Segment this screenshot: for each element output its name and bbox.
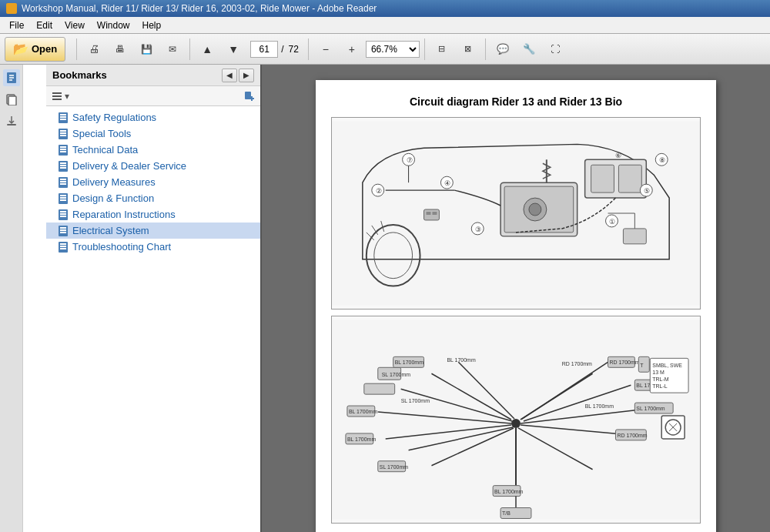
bottom-diagram: SL 1700mm BL 1700mm BL 1700mm SL 1700mm (331, 316, 701, 524)
svg-text:⑧: ⑧ (659, 156, 665, 164)
print2-button[interactable]: 🖶 (108, 37, 132, 62)
bookmarks-sidebar-icon[interactable] (3, 69, 20, 86)
separator-2 (189, 38, 190, 60)
svg-rect-9 (52, 99, 62, 100)
bookmarks-add-button[interactable] (243, 90, 256, 102)
email-icon: ✉ (169, 44, 176, 55)
collapse-panel-button[interactable]: ◀ (222, 69, 237, 82)
svg-text:RD 1700mm: RD 1700mm (617, 433, 647, 438)
fit-width-icon: ⊠ (464, 44, 471, 54)
bookmark-safety-regulations[interactable]: Safety Regulations (46, 109, 260, 125)
open-label: Open (32, 43, 57, 55)
separator-3 (308, 38, 309, 60)
bookmark-icon (59, 193, 68, 204)
bookmark-electrical-system[interactable]: Electrical System (46, 223, 260, 239)
bookmark-label: Delivery Measures (72, 176, 156, 188)
svg-rect-7 (52, 92, 62, 94)
print-button[interactable]: 🖨 (82, 37, 106, 62)
bookmark-icon (59, 161, 68, 172)
tools-button[interactable]: 🔧 (517, 37, 541, 62)
prev-page-button[interactable]: ▲ (195, 37, 219, 62)
bookmark-delivery-measures[interactable]: Delivery Measures (46, 174, 260, 190)
bottom-diagram-svg: SL 1700mm BL 1700mm BL 1700mm SL 1700mm (332, 316, 700, 523)
content-area[interactable]: Circuit diagram Rider 13 and Rider 13 Bi… (262, 65, 770, 532)
bookmark-reparation-instructions[interactable]: Reparation Instructions (46, 206, 260, 223)
svg-text:BL 1700mm: BL 1700mm (585, 403, 614, 409)
comment-button[interactable]: 💬 (490, 37, 515, 62)
svg-text:RD 1700mm: RD 1700mm (562, 361, 592, 366)
svg-text:SL 1700mm: SL 1700mm (382, 372, 411, 377)
fit-width-button[interactable]: ⊠ (456, 37, 480, 62)
bookmark-design-function[interactable]: Design & Function (46, 190, 260, 206)
menu-help[interactable]: Help (136, 18, 168, 32)
svg-text:TRL-M: TRL-M (652, 376, 668, 382)
save-icon: 💾 (141, 44, 152, 55)
svg-text:TRL-L: TRL-L (652, 383, 667, 389)
bookmark-delivery-dealer[interactable]: Delivery & Dealer Service (46, 158, 260, 174)
bookmarks-list: Safety Regulations Special Tools Technic… (46, 106, 260, 532)
dropdown-arrow: ▾ (65, 91, 69, 102)
toolbar: 📂 Open 🖨 🖶 💾 ✉ ▲ ▼ / 72 − + 66.7% 50% 75… (0, 34, 770, 65)
menu-view[interactable]: View (59, 18, 91, 32)
bookmarks-panel: Bookmarks ◀ ▶ ▾ (46, 65, 260, 532)
svg-point-44 (511, 419, 521, 428)
zoom-out-icon: − (323, 43, 329, 55)
bookmark-label: Electrical System (72, 225, 149, 236)
bookmarks-toolbar: ▾ (46, 86, 260, 106)
bookmark-special-tools[interactable]: Special Tools (46, 125, 260, 142)
next-page-button[interactable]: ▼ (221, 37, 246, 62)
menu-edit[interactable]: Edit (30, 18, 59, 32)
bookmark-label: Troubleshooting Chart (72, 241, 171, 253)
page-title: Circuit diagram Rider 13 and Rider 13 Bi… (331, 95, 701, 108)
bookmark-troubleshooting-chart[interactable]: Troubleshooting Chart (46, 239, 260, 255)
bookmark-label: Reparation Instructions (72, 209, 176, 220)
comment-icon: 💬 (497, 43, 509, 55)
bookmarks-options-button[interactable]: ▾ (51, 90, 69, 102)
bookmark-label: Technical Data (72, 144, 138, 156)
svg-text:BL 1700mm: BL 1700mm (494, 489, 524, 494)
svg-point-15 (529, 203, 541, 216)
svg-text:⑦: ⑦ (407, 156, 413, 164)
svg-rect-40 (426, 212, 430, 215)
svg-text:RD 1700mm: RD 1700mm (609, 360, 639, 365)
bookmark-label: Design & Function (72, 192, 154, 204)
open-button[interactable]: 📂 Open (5, 37, 65, 62)
bookmark-technical-data[interactable]: Technical Data (46, 142, 260, 158)
expand-panel-button[interactable]: ▶ (239, 69, 254, 82)
fit-page-button[interactable]: ⊟ (430, 37, 454, 62)
save-button[interactable]: 💾 (134, 37, 159, 62)
page-number-input[interactable] (250, 41, 278, 58)
fullscreen-button[interactable]: ⛶ (543, 37, 567, 62)
email-button[interactable]: ✉ (160, 37, 185, 62)
bookmark-label: Safety Regulations (72, 112, 156, 123)
page-separator: / (281, 44, 283, 55)
zoom-out-button[interactable]: − (313, 37, 338, 62)
svg-text:T/B: T/B (502, 510, 511, 516)
menu-window[interactable]: Window (91, 18, 136, 32)
svg-rect-42 (623, 229, 646, 244)
svg-text:⑥: ⑥ (615, 152, 621, 159)
down-arrow-icon: ▼ (228, 43, 239, 55)
zoom-in-button[interactable]: + (340, 37, 364, 62)
bookmarks-header-buttons: ◀ ▶ (222, 69, 254, 82)
svg-rect-5 (8, 96, 16, 105)
folder-icon: 📂 (13, 42, 28, 56)
left-panel: Bookmarks ◀ ▶ ▾ (0, 65, 262, 532)
svg-text:SMBL, SWE: SMBL, SWE (652, 363, 682, 368)
title-bar: Workshop Manual, Rider 11/ Rider 13/ Rid… (0, 0, 770, 17)
bookmark-icon (59, 129, 68, 139)
fullscreen-icon: ⛶ (551, 44, 560, 55)
bookmark-label: Delivery & Dealer Service (72, 160, 186, 172)
bookmark-icon (59, 209, 68, 220)
menu-file[interactable]: File (3, 18, 30, 32)
window-title: Workshop Manual, Rider 11/ Rider 13/ Rid… (22, 3, 377, 14)
pages-sidebar-icon[interactable] (3, 91, 20, 108)
svg-text:SL 1700mm: SL 1700mm (636, 406, 665, 411)
attachments-sidebar-icon[interactable] (3, 112, 20, 129)
svg-text:BL 1700mm: BL 1700mm (395, 360, 424, 365)
print2-icon: 🖶 (116, 44, 125, 55)
svg-text:SL 1700mm: SL 1700mm (380, 464, 409, 470)
zoom-select[interactable]: 66.7% 50% 75% 100% 125% (366, 41, 420, 58)
svg-rect-41 (432, 212, 437, 215)
zoom-in-icon: + (349, 43, 355, 55)
